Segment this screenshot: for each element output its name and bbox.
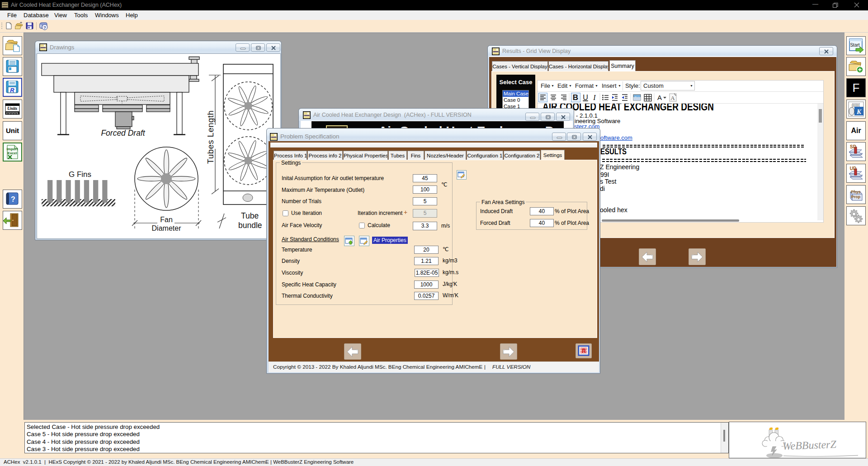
svg-text:UD: UD [850, 166, 856, 171]
svg-text:Diameter: Diameter [152, 224, 182, 232]
svg-text:WeBBusterZ: WeBBusterZ [782, 438, 837, 452]
svg-text:Forced Draft: Forced Draft [101, 128, 145, 138]
svg-text:Tube: Tube [241, 211, 259, 220]
svg-text:Import: Import [7, 147, 18, 151]
svg-text:K: K [856, 108, 862, 115]
svg-text:Excel: Excel [8, 151, 17, 155]
svg-text:R: R [582, 348, 586, 354]
svg-text:bundle: bundle [238, 221, 262, 230]
svg-text:A: A [670, 95, 675, 101]
svg-text:Units: Units [7, 106, 17, 111]
svg-text:I: I [593, 94, 596, 101]
svg-text:B: B [573, 93, 578, 102]
svg-text:Prop: Prop [851, 195, 861, 199]
svg-text:R: R [10, 87, 14, 94]
svg-text:SD: SD [850, 144, 856, 149]
svg-text:?: ? [43, 25, 46, 30]
svg-text:Start: Start [850, 43, 859, 48]
svg-text:Fan: Fan [160, 216, 173, 223]
svg-text:U: U [583, 94, 588, 101]
svg-text:Tubes Length: Tubes Length [206, 110, 215, 164]
svg-text:?: ? [11, 195, 15, 203]
svg-text:((((((: (((((( [852, 103, 860, 107]
svg-text:Phys: Phys [851, 190, 861, 194]
svg-text:A: A [657, 94, 662, 101]
svg-text:G Fins: G Fins [69, 170, 91, 179]
